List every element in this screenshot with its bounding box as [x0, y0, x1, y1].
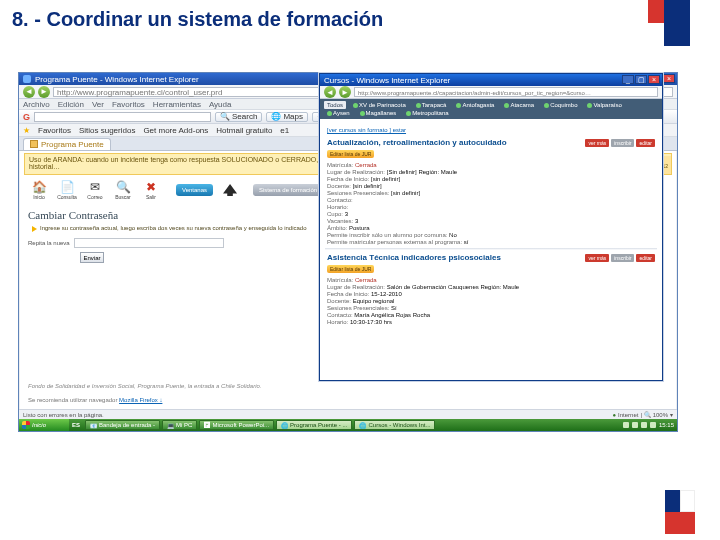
- fav-e1[interactable]: e1: [280, 126, 289, 135]
- minimize-button[interactable]: _: [622, 75, 634, 84]
- google-maps-button[interactable]: 🌐 Maps: [266, 112, 308, 122]
- back-window-title: Programa Puente - Windows Internet Explo…: [35, 75, 199, 84]
- exit-icon[interactable]: ✖Salir: [142, 181, 160, 199]
- front-titlebar: Cursos - Windows Internet Explorer _ ▢ ×: [320, 74, 662, 86]
- menu-ver[interactable]: Ver: [92, 100, 104, 109]
- home-icon[interactable]: 🏠Inicio: [30, 181, 48, 199]
- tab-favicon-icon: [30, 140, 38, 148]
- course1-title: Actualización, retroalimentación y autoc…: [327, 138, 507, 147]
- nav-back-icon[interactable]: ◄: [23, 86, 35, 98]
- close-button[interactable]: ×: [663, 74, 675, 83]
- menu-archivo[interactable]: Archivo: [23, 100, 50, 109]
- chile-flag-bottom: [665, 512, 695, 534]
- tab-atacama[interactable]: Atacama: [501, 101, 537, 109]
- front-window: Cursos - Windows Internet Explorer _ ▢ ×…: [319, 73, 663, 381]
- chip-editar[interactable]: editar: [636, 254, 655, 262]
- tray-clock: 15:15: [659, 422, 674, 428]
- tab-valparaiso[interactable]: Valparaíso: [584, 101, 624, 109]
- repeat-password-label: Repita la nueva: [28, 240, 70, 246]
- windows-taskbar: Inicio ES 📧 Bandeja de entrada - 💻 Mi PC…: [19, 419, 677, 431]
- divider: [325, 248, 657, 250]
- repeat-password-input[interactable]: [74, 238, 224, 248]
- lang-indicator[interactable]: ES: [72, 422, 80, 428]
- tab-coquimbo[interactable]: Coquimbo: [541, 101, 580, 109]
- maximize-button[interactable]: ▢: [635, 75, 647, 84]
- editar-jur-button[interactable]: Editar lista de JUR: [327, 150, 374, 158]
- nav-forward-icon[interactable]: ►: [38, 86, 50, 98]
- nav-forward-icon[interactable]: ►: [339, 86, 351, 98]
- tab-magallanes[interactable]: Magallanes: [357, 109, 400, 117]
- windows-logo-icon: [22, 421, 30, 429]
- close-button[interactable]: ×: [648, 75, 660, 84]
- tab-programa-puente[interactable]: Programa Puente: [23, 138, 111, 150]
- front-window-title: Cursos - Windows Internet Explorer: [324, 76, 450, 85]
- favorites-label[interactable]: Favoritos: [38, 126, 71, 135]
- top-link[interactable]: [ver cursos sin formato ] estar: [327, 127, 406, 133]
- task-cursos[interactable]: 🌐 Cursos - Windows Int...: [354, 420, 435, 430]
- favorites-star-icon[interactable]: ★: [23, 126, 30, 135]
- chip-vermas[interactable]: ver más: [585, 254, 609, 262]
- submit-button[interactable]: Enviar: [80, 252, 104, 263]
- pill-ventanas[interactable]: Ventanas: [176, 184, 213, 196]
- editar-jur-button[interactable]: Editar lista de JUR: [327, 265, 374, 273]
- query-icon[interactable]: 📄Consulta: [58, 181, 76, 199]
- back-status-bar: Listo con errores en la página. ● Intern…: [19, 409, 677, 419]
- fav-addons[interactable]: Get more Add-ons: [143, 126, 208, 135]
- search-icon[interactable]: 🔍Buscar: [114, 181, 132, 199]
- chip-inscribir[interactable]: inscribir: [611, 254, 634, 262]
- region-tab-bar: Todos XV de Parinacota Tarapacá Antofaga…: [320, 99, 662, 119]
- course2-title: Asistencia Técnica indicadores psicosoci…: [327, 253, 501, 262]
- nav-back-icon[interactable]: ◄: [324, 86, 336, 98]
- task-programa-puente[interactable]: 🌐 Programa Puente - ...: [276, 420, 352, 430]
- task-mipc[interactable]: 💻 Mi PC: [162, 420, 197, 430]
- front-body: [ver cursos sin formato ] estar Actualiz…: [321, 124, 661, 374]
- screenshot-frame: Programa Puente - Windows Internet Explo…: [18, 72, 678, 432]
- browser-recommendation: Se recomienda utilizar navegador Mozilla…: [28, 397, 162, 403]
- task-powerpoint[interactable]: 🅿 Microsoft PowerPoi...: [199, 420, 274, 430]
- fav-sitios[interactable]: Sitios sugeridos: [79, 126, 135, 135]
- front-nav-row: ◄ ► http://www.programapuente.cl/capacit…: [320, 86, 662, 99]
- menu-favoritos[interactable]: Favoritos: [112, 100, 145, 109]
- status-text: Listo con errores en la página.: [23, 412, 104, 418]
- tab-aysen[interactable]: Aysen: [324, 109, 353, 117]
- chip-editar[interactable]: editar: [636, 139, 655, 147]
- task-outlook[interactable]: 📧 Bandeja de entrada -: [85, 420, 160, 430]
- slide-title: 8. - Coordinar un sistema de formación: [12, 8, 383, 31]
- ie-icon: [23, 75, 31, 83]
- menu-edicion[interactable]: Edición: [58, 100, 84, 109]
- menu-herramientas[interactable]: Herramientas: [153, 100, 201, 109]
- graduation-icon: [223, 184, 237, 196]
- menu-ayuda[interactable]: Ayuda: [209, 100, 232, 109]
- page-footnote: Fondo de Solidaridad e Inversión Social,…: [28, 383, 261, 389]
- start-button[interactable]: Inicio: [19, 419, 69, 431]
- chip-vermas[interactable]: ver más: [585, 139, 609, 147]
- fav-hotmail[interactable]: Hotmail gratuito: [216, 126, 272, 135]
- google-logo-icon: G: [23, 112, 30, 122]
- system-tray[interactable]: 15:15: [620, 420, 677, 430]
- firefox-link[interactable]: Mozilla Firefox ↓: [119, 397, 162, 403]
- chile-flag-top: [664, 0, 690, 46]
- tab-metropolitana[interactable]: Metropolitana: [403, 109, 451, 117]
- pill-sistema-formacion[interactable]: Sistema de formación: [253, 184, 323, 196]
- chip-inscribir[interactable]: inscribir: [611, 139, 634, 147]
- google-search-button[interactable]: 🔍 Search: [215, 112, 262, 122]
- google-search-input[interactable]: [34, 112, 211, 122]
- triangle-icon: [32, 226, 37, 232]
- front-address-bar[interactable]: http://www.programapuente.cl/capacitacio…: [354, 87, 658, 97]
- tab-antofagasta[interactable]: Antofagasta: [453, 101, 497, 109]
- status-zone: Internet: [618, 412, 638, 418]
- mail-icon[interactable]: ✉Correo: [86, 181, 104, 199]
- status-zoom[interactable]: 100%: [653, 412, 668, 418]
